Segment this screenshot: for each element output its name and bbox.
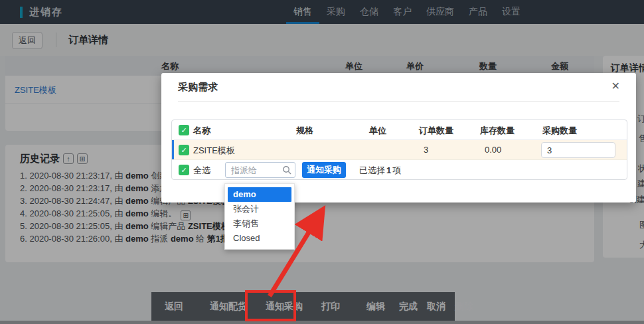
row-product-name: ZSITE模板: [193, 145, 235, 157]
col-purchase-qty: 采购数量: [542, 125, 577, 137]
row-stock-qty: 0.00: [485, 145, 501, 155]
modal-title: 采购需求: [178, 81, 218, 94]
dropdown-option-demo[interactable]: demo: [228, 187, 291, 202]
dropdown-option-sales[interactable]: 李销售: [225, 216, 294, 231]
purchase-qty-input[interactable]: [541, 142, 615, 158]
assignee-dropdown: demo 张会计 李销售 Closed: [224, 183, 295, 250]
dropdown-option-closed[interactable]: Closed: [225, 231, 294, 246]
assign-search-field: [225, 162, 295, 178]
selected-count-text: 已选择1项: [359, 165, 401, 177]
modal-table-footer: ✓ 全选 通知采购 已选择1项: [172, 160, 627, 180]
col-order-qty: 订单数量: [419, 125, 453, 137]
col-name: 名称: [193, 125, 210, 137]
checkbox-checked-icon[interactable]: ✓: [179, 125, 189, 135]
col-stock-qty: 库存数量: [480, 125, 515, 137]
modal-divider: [178, 101, 619, 102]
close-icon[interactable]: ✕: [611, 80, 620, 92]
select-all-checkbox-icon[interactable]: ✓: [179, 165, 189, 175]
modal-table-header: ✓ 名称 规格 单位 订单数量 库存数量 采购数量: [172, 120, 627, 140]
col-unit: 单位: [369, 125, 386, 137]
modal-table-row-selected[interactable]: ✓ ZSITE模板 3 0.00: [172, 140, 627, 160]
dropdown-option-accountant[interactable]: 张会计: [225, 202, 294, 216]
row-order-qty: 3: [424, 145, 428, 155]
purchase-demand-table: ✓ 名称 规格 单位 订单数量 库存数量 采购数量 ✓ ZSITE模板 3 0.…: [171, 120, 627, 180]
app-root: 进销存 销售 采购 仓储 客户 供应商 产品 设置 返回 订单详情 名称 单位 …: [0, 0, 644, 324]
selected-count: 1: [386, 165, 391, 175]
checkbox-checked-icon[interactable]: ✓: [179, 145, 189, 155]
col-spec: 规格: [296, 125, 313, 137]
search-icon: [282, 165, 291, 175]
notify-purchase-submit-button[interactable]: 通知采购: [302, 162, 346, 178]
select-all-label: 全选: [193, 165, 210, 177]
